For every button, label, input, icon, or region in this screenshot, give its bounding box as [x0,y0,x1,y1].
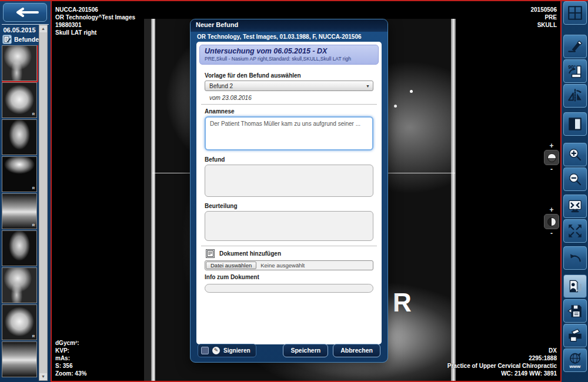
xray-bright-band-right [451,19,456,381]
beurteilung-textarea[interactable] [205,211,373,241]
file-upload-control[interactable]: Datei auswählen Keine ausgewählt [205,260,373,270]
info-label: Info zum Dokument [205,274,373,280]
fullscreen-icon [567,223,583,239]
fullscreen-button[interactable] [563,219,587,243]
document-info-input[interactable] [205,284,373,293]
form-divider [201,104,377,105]
file-status-text: Keine ausgewählt [260,262,305,269]
overlay-patient-info: NUCCA-201506 OR Technology^Test Images 1… [55,6,135,36]
footer-buttons: Speichern Abbrechen [283,344,380,357]
rotate-90-button[interactable]: 90° [563,59,587,83]
sign-toggle[interactable]: ✎ Signieren [198,344,256,357]
document-section: Dokument hinzufügen [206,249,373,258]
svg-text:www: www [569,364,582,368]
thumbnail-strip: R R R R [2,45,38,381]
invert-contrast-button[interactable] [563,112,587,136]
window-level-label: WC: 2149 WW: 3891 [447,370,557,377]
layout-grid-button[interactable] [563,1,587,25]
contrast-button[interactable] [544,214,559,229]
zoom-in-button[interactable] [563,143,587,166]
sign-checkbox[interactable] [201,347,209,354]
rotate-90-icon: 90° [567,63,583,79]
fit-to-screen-button[interactable] [563,195,587,218]
dialog-form: Vorlage für den Befund auswählen Befund … [196,68,382,293]
patient-id: NUCCA-201506 [55,6,135,14]
befund-label: Befund [205,156,373,163]
dialog-footer: ✎ Signieren Speichern Abbrechen [198,343,380,357]
document-section-label: Dokument hinzufügen [219,250,281,257]
print-icon [567,327,583,344]
template-select[interactable]: Befund 2 ▼ [205,81,373,91]
sensitivity-label: S: 356 [55,362,86,370]
dialog-titlebar[interactable]: Neuer Befund [191,19,387,32]
contrast-icon [547,217,556,226]
modality-label: DX [447,347,557,354]
thumbnail-5[interactable]: R [2,193,37,229]
overlay-exposure-info: dGycm²: KVP: mAs: S: 356 Zoom: 43% [55,339,86,377]
beurteilung-label: Beurteilung [205,203,373,209]
template-label: Vorlage für den Befund auswählen [205,72,373,79]
thumbnail-scrollbar[interactable]: ▲ ▼ [39,25,48,381]
thumbnail-4[interactable]: R [2,156,37,192]
contrast-plus[interactable]: + [543,207,560,213]
www-globe-icon: www [567,352,583,368]
thumbnail-3[interactable] [2,119,37,155]
www-export-button[interactable]: www [563,349,587,372]
exam-subtitle: PRE,Skull - Nasium AP right,Standard: sk… [205,56,373,62]
save-button-toolbar[interactable] [563,299,587,323]
befunde-button[interactable]: Befunde [2,34,39,44]
save-floppy-icon [567,303,583,319]
neuer-befund-dialog: Neuer Befund OR Technology, Test Images,… [190,19,388,363]
scroll-up-icon[interactable]: ▲ [39,25,47,32]
annotation-dot-1 [410,90,413,93]
left-sidebar: 06.05.2015 Befunde R R R R [0,0,51,382]
anamnese-textarea[interactable]: Der Patient Thomas Müller kam zu uns auf… [205,116,373,150]
thumbnail-2[interactable]: R [2,82,37,118]
patient-report-icon [567,278,583,294]
thumbnail-1-selected[interactable] [2,45,37,81]
dialog-form-card: Untersuchung vom 06.05.2015 - DX PRE,Sku… [196,42,382,344]
active-series-top-border [0,0,588,1]
report-pen-icon [2,35,12,44]
thumbnail-8[interactable]: R [2,304,37,340]
study-date-label: 06.05.2015 [0,26,39,33]
thumbnail-9[interactable] [2,341,37,377]
flip-horizontal-button[interactable] [563,84,587,108]
brightness-button[interactable] [544,150,559,165]
series-description: Skull LAT right [55,29,135,36]
app-window: 06.05.2015 Befunde R R R R [0,0,588,382]
back-button[interactable] [3,3,47,22]
file-choose-button[interactable]: Datei auswählen [206,262,256,269]
template-date: vom 23.08.2016 [209,95,373,101]
thumb-marker: R [32,223,35,227]
save-button[interactable]: Speichern [283,344,328,357]
contrast-minus[interactable]: - [543,230,560,236]
form-divider [201,246,377,246]
thumbnail-6[interactable] [2,230,37,266]
befunde-label: Befunde [14,36,39,43]
befund-textarea[interactable] [205,165,373,197]
layout-grid-icon [567,5,583,21]
print-button[interactable] [563,324,587,347]
annotation-dot-2 [394,105,397,108]
study-date: 20150506 [531,6,557,14]
sign-label: Signieren [223,347,250,354]
mas-label: mAs: [55,354,86,362]
thumbnail-7[interactable] [2,267,37,303]
thumb-marker: R [32,334,35,338]
zoom-out-icon [567,171,583,187]
cancel-button[interactable]: Abbrechen [333,344,380,357]
brightness-plus[interactable]: + [543,143,560,149]
chevron-down-icon: ▼ [366,84,370,88]
overlay-modality-info: DX 2295:1888 Practice of Upper Cervical … [447,347,557,377]
annotate-pen-button[interactable] [563,35,587,58]
annotate-pen-icon [567,38,583,55]
undo-button[interactable] [563,246,587,270]
patient-report-sign-button[interactable] [563,274,587,298]
patient-name: OR Technology^Test Images [55,14,135,21]
fit-to-screen-icon [567,198,583,215]
scroll-down-icon[interactable]: ▼ [39,373,47,380]
study-region: SKULL [531,21,557,29]
zoom-out-button[interactable] [563,167,587,191]
brightness-minus[interactable]: - [543,166,560,172]
